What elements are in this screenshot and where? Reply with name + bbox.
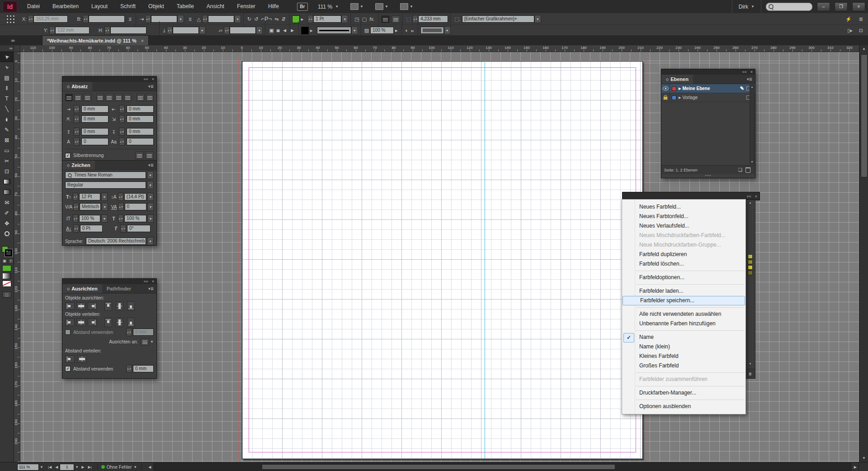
menu-item-farbfeld-löschen[interactable]: Farbfeld löschen...	[622, 259, 745, 269]
swatch-chip[interactable]	[748, 265, 753, 270]
space-before-stepper[interactable]: ▲▼	[74, 128, 80, 136]
scale-x-field[interactable]	[151, 15, 177, 23]
horizontal-scale-stepper[interactable]: ▲▼	[118, 214, 123, 223]
shear-field[interactable]	[230, 27, 256, 34]
baseline-grid-on-button[interactable]	[145, 152, 154, 159]
screen-mode-button[interactable]: ▢	[2, 291, 11, 298]
formatting-affects-container-button[interactable]: ▣	[2, 259, 7, 264]
view-options-dropdown[interactable]: ▼	[350, 3, 363, 10]
align-right-button[interactable]	[84, 94, 91, 101]
shear-dropdown[interactable]: ▼	[256, 26, 263, 34]
menu-layout[interactable]: Layout	[85, 0, 114, 13]
eyedropper-tool-icon[interactable]: ✐	[0, 208, 13, 218]
align-to-dropdown-icon[interactable]: ▼	[150, 340, 154, 344]
direct-selection-tool-icon[interactable]: ➣	[0, 62, 13, 72]
fill-flyout-icon[interactable]: ▸	[301, 16, 304, 22]
dock-expand-icon[interactable]: »»	[11, 38, 14, 43]
menu-ansicht[interactable]: Ansicht	[200, 0, 231, 13]
align-away-spine-button[interactable]	[146, 94, 154, 101]
tab-zeichen[interactable]: ◇Zeichen	[62, 161, 95, 170]
font-family-dropdown[interactable]: ▼	[147, 171, 154, 179]
proxy-point[interactable]	[9, 21, 12, 24]
horizontal-scale-field[interactable]: 100 %	[124, 215, 146, 222]
kerning-field[interactable]: Metrisch	[80, 203, 101, 210]
x-stepper[interactable]: ▲▼	[28, 15, 33, 23]
swatch-chip[interactable]	[748, 254, 753, 259]
indent-right-field[interactable]: 0 mm	[127, 105, 154, 113]
layer-row-vorlage[interactable]: ▶Vorlage	[661, 93, 755, 102]
clear-transformations-icon[interactable]: ⌐P¬	[261, 16, 272, 22]
stroke-flyout-icon[interactable]: ▸	[310, 27, 313, 33]
apply-color-button[interactable]	[2, 265, 11, 271]
constrain-scale-icon[interactable]: ⧖	[189, 16, 192, 22]
close-panel-icon[interactable]: ×	[755, 194, 757, 199]
menu-schrift[interactable]: Schrift	[114, 0, 142, 13]
spacing2-field[interactable]: 0 mm	[133, 365, 154, 372]
spacing-field[interactable]: 0 mm	[133, 328, 154, 336]
last-line-indent-stepper[interactable]: ▲▼	[119, 115, 125, 123]
font-size-stepper[interactable]: ▲▼	[73, 193, 78, 201]
scissors-tool-icon[interactable]: ✂	[0, 156, 13, 166]
menu-tabelle[interactable]: Tabelle	[170, 0, 200, 13]
ruler-guide-vertical[interactable]	[485, 61, 485, 458]
drop-cap-lines-field[interactable]: 0	[81, 138, 108, 145]
language-field[interactable]: Deutsch: 2006 Rechtschreib...	[86, 238, 146, 245]
scroll-down-icon[interactable]: ▼	[745, 362, 755, 366]
collapse-panel-icon[interactable]: ««	[144, 279, 148, 284]
reference-point-proxy[interactable]	[6, 15, 15, 24]
delete-layer-icon[interactable]	[745, 167, 750, 173]
layer-name[interactable]: Meine Ebene	[682, 86, 710, 91]
proxy-point[interactable]	[13, 18, 15, 20]
scale-y-dropdown[interactable]: ▼	[199, 26, 206, 34]
scroll-up-icon[interactable]: ▲	[745, 201, 755, 205]
expand-layer-icon[interactable]: ▶	[679, 87, 681, 90]
hyphenation-checkbox[interactable]: ✓	[65, 153, 71, 158]
menu-item-optionen-ausblenden[interactable]: Optionen ausblenden	[622, 402, 745, 411]
align-top-icon[interactable]: ⫢	[411, 27, 414, 33]
preflight-dropdown-icon[interactable]: ▼	[133, 465, 137, 469]
workspace-switcher[interactable]: Dirk ▼	[732, 0, 761, 13]
visibility-eye-icon[interactable]	[661, 84, 670, 93]
last-page-button[interactable]: ▶|	[86, 465, 93, 469]
baseline-shift-field[interactable]: 0 Pt	[80, 225, 103, 232]
horizontal-scrollbar[interactable]	[154, 463, 851, 471]
wrap-none-button[interactable]	[381, 15, 390, 23]
proxy-point[interactable]	[6, 18, 9, 20]
apply-none-button[interactable]	[2, 281, 11, 287]
opacity-field[interactable]: 100 %	[370, 27, 394, 34]
scroll-left-icon[interactable]: ◀	[146, 465, 153, 469]
menu-item-name[interactable]: ✓Name	[622, 333, 745, 342]
align-to-button[interactable]	[141, 338, 149, 346]
space-before-field[interactable]: 0 mm	[81, 128, 108, 135]
proxy-point[interactable]	[6, 21, 9, 24]
expand-layer-icon[interactable]: ▶	[679, 96, 681, 100]
absatz-panel-menu-icon[interactable]: ▾≣	[148, 84, 156, 89]
zoom-tool-icon[interactable]	[0, 228, 13, 239]
tools-panel-collapse-icon[interactable]: »»	[0, 45, 14, 52]
horizontal-scrollbar-thumb[interactable]	[262, 464, 615, 470]
constrain-proportions-icon[interactable]: ⧖	[128, 16, 132, 22]
close-panel-icon[interactable]: ×	[750, 70, 753, 74]
collapse-panel-icon[interactable]: ««	[144, 77, 148, 81]
first-page-button[interactable]: |◀	[46, 465, 53, 469]
leading-dropdown[interactable]: ▼	[147, 193, 154, 201]
statusbar-zoom-field[interactable]: 111 %	[17, 464, 39, 471]
menu-item-druckfarben-manager[interactable]: Druckfarben-Manager...	[622, 388, 745, 398]
menu-item-neues-verlaufsfeld[interactable]: Neues Verlaufsfeld...	[622, 221, 745, 231]
stroke-color-swatch[interactable]	[301, 27, 309, 34]
menu-item-farbfeldoptionen[interactable]: Farbfeldoptionen...	[622, 273, 745, 282]
justify-all-button[interactable]	[124, 94, 132, 101]
rectangle-tool-icon[interactable]: ▭	[0, 145, 13, 156]
select-next-icon[interactable]: ►	[290, 27, 295, 33]
stroke-proxy-swatch[interactable]	[5, 249, 12, 257]
object-style-field[interactable]: [Einfacher Grafikrahmen]+	[462, 15, 534, 23]
tab-pathfinder[interactable]: Pathfinder	[102, 286, 136, 291]
ausrichten-panel-menu-icon[interactable]: ▾≣	[148, 286, 156, 291]
proxy-point[interactable]	[9, 15, 12, 17]
scale-x-stepper[interactable]: ▲▼	[145, 15, 151, 23]
align-bottom-edges-button[interactable]	[127, 301, 135, 311]
proxy-point[interactable]	[13, 21, 15, 24]
proxy-point[interactable]	[6, 15, 9, 17]
vertical-ruler[interactable]: 0102030405060708090100110120130140150160…	[14, 52, 20, 462]
rectangle-frame-tool-icon[interactable]: ⊠	[0, 135, 13, 145]
